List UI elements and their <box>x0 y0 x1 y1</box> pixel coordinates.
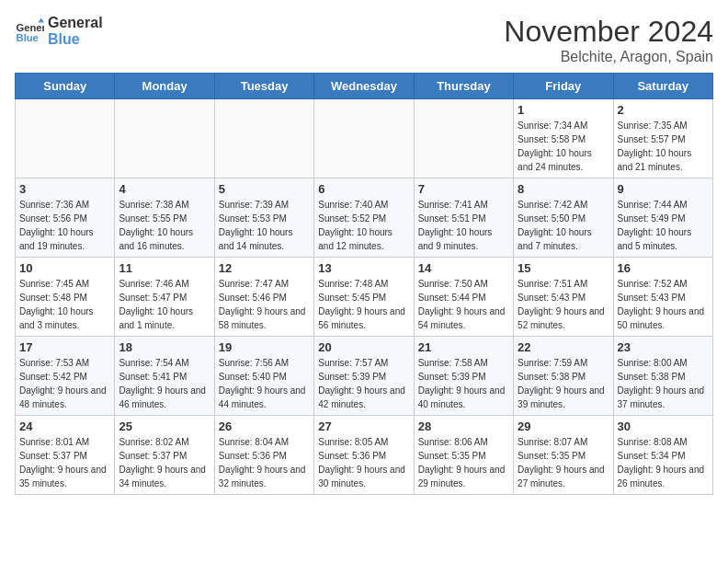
location: Belchite, Aragon, Spain <box>504 49 713 65</box>
calendar-cell: 28Sunrise: 8:06 AM Sunset: 5:35 PM Dayli… <box>414 416 513 495</box>
day-number: 10 <box>19 261 110 275</box>
svg-marker-2 <box>39 18 44 23</box>
calendar-cell: 21Sunrise: 7:58 AM Sunset: 5:39 PM Dayli… <box>414 337 513 416</box>
calendar-cell: 14Sunrise: 7:50 AM Sunset: 5:44 PM Dayli… <box>414 258 513 337</box>
day-info: Sunrise: 7:40 AM Sunset: 5:52 PM Dayligh… <box>318 198 409 253</box>
day-info: Sunrise: 7:47 AM Sunset: 5:46 PM Dayligh… <box>219 277 310 332</box>
day-number: 3 <box>19 182 110 196</box>
calendar-week-4: 17Sunrise: 7:53 AM Sunset: 5:42 PM Dayli… <box>16 337 713 416</box>
day-info: Sunrise: 7:35 AM Sunset: 5:57 PM Dayligh… <box>618 119 709 174</box>
day-info: Sunrise: 7:48 AM Sunset: 5:45 PM Dayligh… <box>318 277 409 332</box>
day-number: 26 <box>219 419 310 433</box>
calendar-cell: 25Sunrise: 8:02 AM Sunset: 5:37 PM Dayli… <box>115 416 214 495</box>
day-info: Sunrise: 7:39 AM Sunset: 5:53 PM Dayligh… <box>219 198 310 253</box>
day-number: 27 <box>318 419 409 433</box>
day-info: Sunrise: 7:50 AM Sunset: 5:44 PM Dayligh… <box>418 277 509 332</box>
calendar-body: 1Sunrise: 7:34 AM Sunset: 5:58 PM Daylig… <box>16 99 713 495</box>
calendar-cell: 7Sunrise: 7:41 AM Sunset: 5:51 PM Daylig… <box>414 178 513 258</box>
day-number: 28 <box>418 419 509 433</box>
day-info: Sunrise: 7:46 AM Sunset: 5:47 PM Dayligh… <box>119 277 210 332</box>
svg-text:Blue: Blue <box>17 32 39 43</box>
calendar-cell: 11Sunrise: 7:46 AM Sunset: 5:47 PM Dayli… <box>115 258 214 337</box>
calendar-cell: 24Sunrise: 8:01 AM Sunset: 5:37 PM Dayli… <box>16 416 115 495</box>
calendar-cell: 30Sunrise: 8:08 AM Sunset: 5:34 PM Dayli… <box>613 416 712 495</box>
day-number: 11 <box>119 261 210 275</box>
day-number: 23 <box>618 340 709 354</box>
day-number: 24 <box>19 419 110 433</box>
day-info: Sunrise: 7:56 AM Sunset: 5:40 PM Dayligh… <box>219 356 310 411</box>
calendar-cell: 23Sunrise: 8:00 AM Sunset: 5:38 PM Dayli… <box>613 337 712 416</box>
day-number: 17 <box>19 340 110 354</box>
day-number: 8 <box>518 182 609 196</box>
calendar-cell: 5Sunrise: 7:39 AM Sunset: 5:53 PM Daylig… <box>214 178 313 258</box>
calendar-cell: 20Sunrise: 7:57 AM Sunset: 5:39 PM Dayli… <box>314 337 414 416</box>
day-info: Sunrise: 7:51 AM Sunset: 5:43 PM Dayligh… <box>518 277 609 332</box>
day-info: Sunrise: 7:53 AM Sunset: 5:42 PM Dayligh… <box>19 356 110 411</box>
logo-text-line1: General <box>48 15 103 31</box>
calendar-cell: 12Sunrise: 7:47 AM Sunset: 5:46 PM Dayli… <box>214 258 313 337</box>
day-info: Sunrise: 7:41 AM Sunset: 5:51 PM Dayligh… <box>418 198 509 253</box>
calendar-cell <box>414 99 513 178</box>
calendar-cell <box>214 99 313 178</box>
calendar-cell: 29Sunrise: 8:07 AM Sunset: 5:35 PM Dayli… <box>514 416 613 495</box>
calendar-cell: 16Sunrise: 7:52 AM Sunset: 5:43 PM Dayli… <box>613 258 712 337</box>
weekday-header-wednesday: Wednesday <box>314 74 414 99</box>
day-info: Sunrise: 8:07 AM Sunset: 5:35 PM Dayligh… <box>518 435 609 490</box>
weekday-header-saturday: Saturday <box>613 74 712 99</box>
calendar-cell: 10Sunrise: 7:45 AM Sunset: 5:48 PM Dayli… <box>16 258 115 337</box>
month-title: November 2024 <box>504 15 713 49</box>
logo-text-line2: Blue <box>48 31 103 48</box>
svg-text:General: General <box>17 22 44 33</box>
logo-icon: General Blue <box>15 17 44 46</box>
calendar-cell: 9Sunrise: 7:44 AM Sunset: 5:49 PM Daylig… <box>613 178 712 258</box>
calendar-week-2: 3Sunrise: 7:36 AM Sunset: 5:56 PM Daylig… <box>16 178 713 258</box>
day-number: 20 <box>318 340 409 354</box>
weekday-header-monday: Monday <box>115 74 214 99</box>
calendar-cell: 19Sunrise: 7:56 AM Sunset: 5:40 PM Dayli… <box>214 337 313 416</box>
title-block: November 2024 Belchite, Aragon, Spain <box>504 15 713 65</box>
calendar-week-3: 10Sunrise: 7:45 AM Sunset: 5:48 PM Dayli… <box>16 258 713 337</box>
day-number: 9 <box>618 182 709 196</box>
calendar-cell: 13Sunrise: 7:48 AM Sunset: 5:45 PM Dayli… <box>314 258 414 337</box>
day-info: Sunrise: 7:59 AM Sunset: 5:38 PM Dayligh… <box>518 356 609 411</box>
day-info: Sunrise: 8:00 AM Sunset: 5:38 PM Dayligh… <box>618 356 709 411</box>
day-number: 18 <box>119 340 210 354</box>
day-info: Sunrise: 7:38 AM Sunset: 5:55 PM Dayligh… <box>119 198 210 253</box>
day-info: Sunrise: 7:58 AM Sunset: 5:39 PM Dayligh… <box>418 356 509 411</box>
calendar-cell: 4Sunrise: 7:38 AM Sunset: 5:55 PM Daylig… <box>115 178 214 258</box>
day-info: Sunrise: 8:08 AM Sunset: 5:34 PM Dayligh… <box>618 435 709 490</box>
weekday-header-thursday: Thursday <box>414 74 513 99</box>
day-number: 14 <box>418 261 509 275</box>
calendar-cell: 27Sunrise: 8:05 AM Sunset: 5:36 PM Dayli… <box>314 416 414 495</box>
day-number: 15 <box>518 261 609 275</box>
weekday-header-row: SundayMondayTuesdayWednesdayThursdayFrid… <box>16 74 713 99</box>
calendar-cell: 3Sunrise: 7:36 AM Sunset: 5:56 PM Daylig… <box>16 178 115 258</box>
weekday-header-sunday: Sunday <box>16 74 115 99</box>
day-info: Sunrise: 8:01 AM Sunset: 5:37 PM Dayligh… <box>19 435 110 490</box>
calendar-cell <box>314 99 414 178</box>
day-info: Sunrise: 7:52 AM Sunset: 5:43 PM Dayligh… <box>618 277 709 332</box>
day-number: 12 <box>219 261 310 275</box>
calendar-week-1: 1Sunrise: 7:34 AM Sunset: 5:58 PM Daylig… <box>16 99 713 178</box>
day-info: Sunrise: 7:42 AM Sunset: 5:50 PM Dayligh… <box>518 198 609 253</box>
day-info: Sunrise: 7:36 AM Sunset: 5:56 PM Dayligh… <box>19 198 110 253</box>
calendar-cell: 18Sunrise: 7:54 AM Sunset: 5:41 PM Dayli… <box>115 337 214 416</box>
day-info: Sunrise: 7:44 AM Sunset: 5:49 PM Dayligh… <box>618 198 709 253</box>
calendar-cell <box>115 99 214 178</box>
logo: General Blue General Blue <box>15 15 103 48</box>
day-info: Sunrise: 8:02 AM Sunset: 5:37 PM Dayligh… <box>119 435 210 490</box>
day-info: Sunrise: 7:54 AM Sunset: 5:41 PM Dayligh… <box>119 356 210 411</box>
calendar-cell: 17Sunrise: 7:53 AM Sunset: 5:42 PM Dayli… <box>16 337 115 416</box>
day-number: 1 <box>518 103 609 117</box>
calendar-cell <box>16 99 115 178</box>
calendar-cell: 1Sunrise: 7:34 AM Sunset: 5:58 PM Daylig… <box>514 99 613 178</box>
calendar-table: SundayMondayTuesdayWednesdayThursdayFrid… <box>15 73 713 495</box>
day-number: 2 <box>618 103 709 117</box>
day-number: 4 <box>119 182 210 196</box>
calendar-cell: 2Sunrise: 7:35 AM Sunset: 5:57 PM Daylig… <box>613 99 712 178</box>
day-number: 16 <box>618 261 709 275</box>
calendar-cell: 26Sunrise: 8:04 AM Sunset: 5:36 PM Dayli… <box>214 416 313 495</box>
calendar-cell: 15Sunrise: 7:51 AM Sunset: 5:43 PM Dayli… <box>514 258 613 337</box>
day-number: 7 <box>418 182 509 196</box>
day-info: Sunrise: 7:34 AM Sunset: 5:58 PM Dayligh… <box>518 119 609 174</box>
